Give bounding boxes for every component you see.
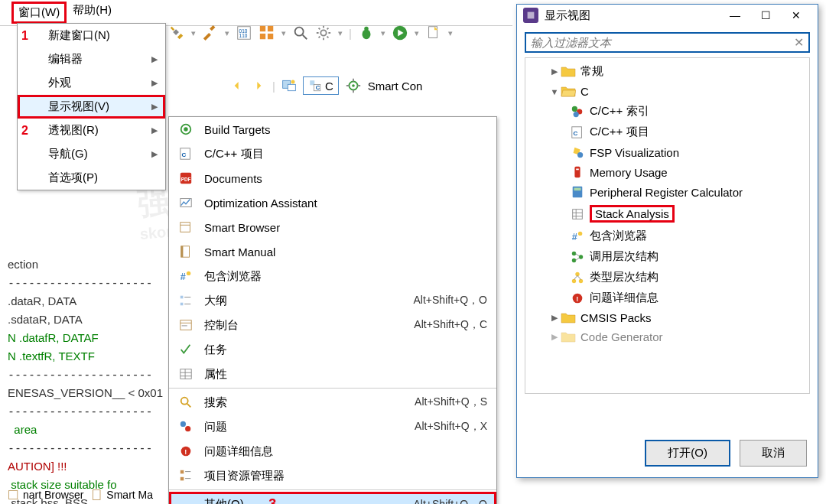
svg-rect-65 [574, 167, 580, 177]
svg-rect-66 [576, 169, 579, 171]
smart-conf-icon[interactable] [345, 77, 362, 94]
shortcut-label: Alt+Shift+Q，X [415, 420, 487, 434]
svg-line-79 [575, 257, 579, 260]
categories-icon[interactable] [259, 24, 275, 41]
submenu-project-explorer[interactable]: 项目资源管理器 [169, 463, 496, 488]
tree-peripheral[interactable]: Peripheral Register Calculator [533, 182, 802, 202]
shortcut-label: Alt+Shift+Q，Q [414, 498, 487, 505]
binary-icon[interactable]: 010110 [236, 24, 252, 41]
type-hierarchy-icon [570, 271, 585, 285]
include-icon: # [178, 268, 193, 284]
smart-conf-label[interactable]: Smart Con [368, 80, 423, 93]
search-icon [178, 395, 193, 410]
expand-icon[interactable]: ▶ [548, 313, 561, 323]
svg-line-83 [574, 275, 578, 279]
gear-icon[interactable] [315, 24, 332, 41]
menu-show-view[interactable]: 显示视图(V)▶ [18, 95, 165, 119]
filter-input[interactable] [531, 36, 794, 49]
svg-point-11 [362, 29, 370, 39]
submenu-smart-browser[interactable]: Smart Browser [169, 215, 496, 239]
submenu-include-browser[interactable]: #包含浏览器 [169, 264, 496, 288]
toolbar-secondary: | C C Smart Con [229, 76, 422, 95]
collapse-icon[interactable]: ▼ [548, 87, 561, 96]
submenu-problem-details[interactable]: !问题详细信息 [169, 439, 496, 463]
cancel-button[interactable]: 取消 [740, 440, 807, 467]
hammer-icon[interactable] [202, 24, 219, 41]
browser-icon [8, 489, 20, 501]
tree-call-hierarchy[interactable]: 调用层次结构 [533, 246, 802, 267]
svg-text:PDF: PDF [181, 177, 191, 182]
submenu-search[interactable]: 搜索Alt+Shift+Q，S [169, 390, 496, 415]
submenu-build-targets[interactable]: Build Targets [169, 117, 496, 141]
tree-codegen[interactable]: ▶Code Generator [533, 327, 802, 346]
dropdown-arrow-icon[interactable]: ▾ [415, 28, 419, 38]
clear-icon[interactable]: ✕ [794, 35, 804, 50]
svg-rect-68 [574, 188, 581, 191]
submenu-optimization[interactable]: Optimization Assistant [169, 190, 496, 215]
tree-problem-detail[interactable]: !问题详细信息 [533, 288, 802, 308]
tree-stack-analysis[interactable]: Stack Analysis [533, 202, 802, 226]
run-icon[interactable] [392, 24, 408, 41]
submenu-outline[interactable]: 大纲Alt+Shift+Q，O [169, 288, 496, 313]
open-button[interactable]: 打开(O) [645, 440, 730, 467]
menu-perspective[interactable]: 2 透视图(R)▶ [18, 119, 165, 142]
c-perspective-button[interactable]: C C [303, 76, 339, 95]
menu-editor[interactable]: 编辑器▶ [18, 47, 165, 71]
folder-open-icon [561, 86, 576, 98]
dropdown-arrow-icon[interactable]: ▾ [225, 28, 229, 38]
target-icon [178, 122, 193, 137]
tab-smart-browser[interactable]: nart Browser [8, 489, 83, 501]
tab-smart-manual[interactable]: Smart Ma [91, 489, 153, 501]
tree-include-browser[interactable]: #包含浏览器 [533, 226, 802, 246]
file-icon[interactable] [425, 24, 442, 41]
dropdown-arrow-icon[interactable]: ▾ [448, 28, 453, 38]
back-icon[interactable] [229, 78, 245, 93]
dropdown-arrow-icon[interactable]: ▾ [338, 28, 343, 38]
perspective-icon[interactable] [281, 78, 297, 93]
tree-cmsis[interactable]: ▶CMSIS Packs [533, 308, 802, 327]
close-button[interactable]: ✕ [781, 9, 811, 21]
dropdown-arrow-icon[interactable]: ▾ [191, 28, 196, 38]
app-icon [523, 8, 538, 23]
menu-new-window[interactable]: 1 新建窗口(N) [18, 24, 165, 47]
submenu-properties[interactable]: 属性 [169, 362, 496, 386]
tree-fsp[interactable]: FSP Visualization [533, 142, 802, 162]
problem-detail-icon: ! [178, 444, 193, 459]
submenu-cpp-project[interactable]: CC/C++ 项目 [169, 141, 496, 166]
svg-point-46 [181, 398, 188, 405]
include-icon: # [570, 229, 585, 243]
tree-cpp-project[interactable]: CC/C++ 项目 [533, 122, 802, 142]
menu-help[interactable]: 帮助(H) [68, 2, 116, 24]
build-icon[interactable] [168, 24, 185, 41]
menu-window[interactable]: 窗口(W) [11, 2, 67, 24]
bug-icon[interactable] [358, 24, 375, 41]
submenu-smart-manual[interactable]: Smart Manual [169, 239, 496, 264]
annotation-3: 3 [268, 496, 276, 504]
manual-icon [91, 489, 103, 501]
tree-cpp-index[interactable]: C/C++ 索引 [533, 101, 802, 122]
expand-icon[interactable]: ▶ [548, 332, 561, 342]
chevron-right-icon: ▶ [151, 102, 158, 112]
maximize-button[interactable]: ☐ [750, 9, 781, 21]
dropdown-arrow-icon[interactable]: ▾ [281, 28, 286, 38]
tree-general[interactable]: ▶常规 [533, 61, 802, 82]
submenu-documents[interactable]: PDFDocuments [169, 166, 496, 190]
tree-memory[interactable]: Memory Usage [533, 162, 802, 182]
folder-icon [561, 66, 576, 78]
search-icon[interactable] [292, 24, 309, 41]
submenu-tasks[interactable]: 任务 [169, 337, 496, 362]
tree-type-hierarchy[interactable]: 类型层次结构 [533, 267, 802, 288]
menu-preferences[interactable]: 首选项(P) [18, 166, 165, 190]
submenu-console[interactable]: 控制台Alt+Shift+Q，C [169, 313, 496, 337]
optimization-icon [178, 195, 193, 210]
menu-navigation[interactable]: 导航(G)▶ [18, 142, 165, 166]
forward-icon[interactable] [251, 78, 266, 93]
submenu-other[interactable]: 其他(O)...3Alt+Shift+Q，Q [169, 492, 496, 504]
minimize-button[interactable]: — [720, 9, 750, 21]
expand-icon[interactable]: ▶ [548, 67, 561, 76]
stack-icon [570, 207, 585, 221]
dropdown-arrow-icon[interactable]: ▾ [381, 28, 385, 38]
menu-appearance[interactable]: 外观▶ [18, 71, 165, 95]
submenu-problems[interactable]: 问题Alt+Shift+Q，X [169, 415, 496, 439]
tree-c[interactable]: ▼C [533, 82, 802, 101]
